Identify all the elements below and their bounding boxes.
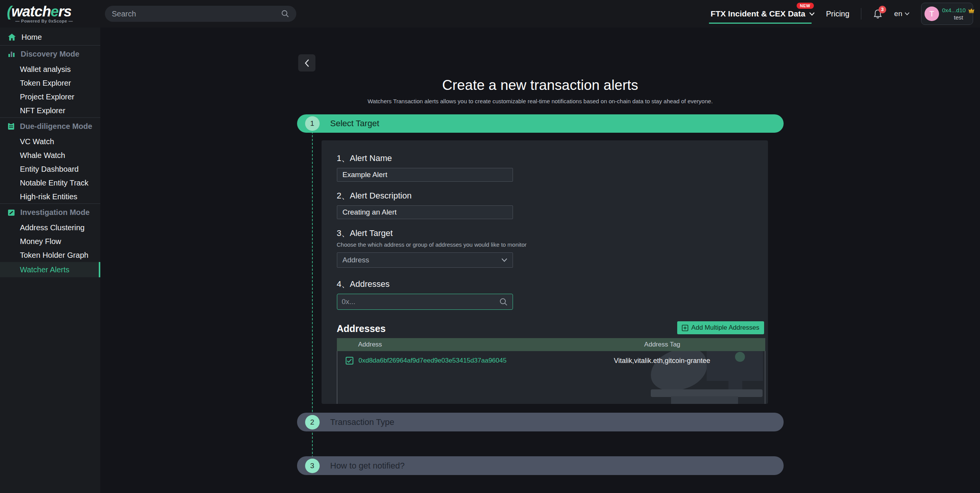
pricing-link[interactable]: Pricing: [826, 10, 849, 18]
sidebar-item-label: Wallet analysis: [20, 65, 71, 74]
wizard: 1 Select Target 1、Alert Name 2、Alert Des…: [297, 114, 784, 475]
step-label: How to get notified?: [330, 461, 405, 471]
bar-chart-icon: [8, 50, 15, 58]
topbar-right: NEW FTX Incident & CEX Data Pricing 3: [710, 3, 980, 25]
plus-square-icon: [682, 325, 688, 331]
search-icon: [281, 10, 289, 18]
chevron-down-icon: [905, 12, 910, 15]
table-row: 0xd8da6bf26964af9d7eed9e03e53415d37aa960…: [337, 351, 765, 370]
sidebar-item-nft-explorer[interactable]: NFT Explorer: [0, 104, 100, 117]
sidebar-item-label: Project Explorer: [20, 93, 74, 101]
column-header-address: Address: [358, 341, 560, 348]
add-multiple-addresses-button[interactable]: Add Multiple Addresses: [677, 321, 764, 334]
sidebar-section-discovery: Discovery Mode: [0, 46, 100, 62]
address-search-input[interactable]: [342, 298, 499, 306]
back-button[interactable]: [298, 54, 315, 72]
chevron-left-icon: [304, 59, 310, 67]
addresses-table: Address Address Tag: [337, 338, 765, 404]
step-3-header[interactable]: 3 How to get notified?: [297, 456, 784, 475]
sidebar-item-label: Address Clustering: [20, 223, 85, 232]
sidebar-section-title: Due-diligence Mode: [20, 122, 92, 131]
ftx-tab-label: FTX Incident & CEX Data: [710, 9, 805, 18]
topbar-divider: [861, 8, 861, 20]
home-icon: [8, 33, 16, 41]
alert-description-input[interactable]: [337, 205, 513, 219]
sidebar-item-label: Notable Entity Track: [20, 179, 88, 187]
row-checkbox-checked[interactable]: [346, 357, 353, 364]
notifications-button[interactable]: 3: [873, 9, 883, 19]
user-name: test: [954, 14, 963, 21]
sidebar-item-label: VC Watch: [20, 137, 54, 146]
user-account-card[interactable]: T 0x4...d10 test: [921, 3, 973, 25]
logo-tagline: — Powered By 0xScope —: [15, 19, 100, 23]
sidebar-item-label: Token Explorer: [20, 79, 71, 88]
notification-count-badge: 3: [879, 6, 886, 13]
step-1-header[interactable]: 1 Select Target: [297, 114, 784, 133]
logo-arc: (: [7, 3, 11, 20]
column-header-address-tag: Address Tag: [559, 341, 765, 348]
sidebar-item-token-explorer[interactable]: Token Explorer: [0, 76, 100, 90]
search-icon: [499, 298, 508, 306]
crown-icon: [968, 7, 975, 13]
alert-description-label: 2、Alert Description: [337, 191, 764, 201]
sidebar-section-due-diligence: Due-diligence Mode: [0, 118, 100, 135]
sidebar-item-label: High-risk Entities: [20, 192, 77, 201]
sidebar-item-token-holder-graph[interactable]: Token Holder Graph: [0, 248, 100, 262]
logo-w: w: [11, 3, 23, 20]
language-selector[interactable]: en: [894, 10, 910, 18]
addresses-section-title: Addresses: [337, 323, 386, 334]
sidebar-item-wallet-analysis[interactable]: Wallet analysis: [0, 62, 100, 76]
global-search-input[interactable]: [112, 10, 281, 18]
sidebar-item-vc-watch[interactable]: VC Watch: [0, 135, 100, 148]
sidebar-item-label: Token Holder Graph: [20, 251, 88, 260]
user-info: 0x4...d10 test: [942, 7, 975, 21]
active-tab-indicator: [709, 23, 811, 24]
main-content: Create a new transaction alerts Watchers…: [100, 28, 980, 493]
watchers-app: (watchers — Powered By 0xScope — NEW FTX…: [0, 0, 980, 493]
sidebar-item-label: NFT Explorer: [20, 106, 65, 115]
sidebar-item-high-risk-entities[interactable]: High-risk Entities: [0, 190, 100, 203]
global-search[interactable]: [105, 6, 296, 22]
sidebar-item-watcher-alerts[interactable]: Watcher Alerts: [0, 262, 100, 277]
alert-target-selected-value: Address: [343, 256, 369, 264]
alert-target-label: 3、Alert Target: [337, 228, 764, 238]
table-body: 0xd8da6bf26964af9d7eed9e03e53415d37aa960…: [337, 351, 765, 404]
new-badge: NEW: [797, 3, 814, 9]
row-address[interactable]: 0xd8da6bf26964af9d7eed9e03e53415d37aa960…: [359, 357, 560, 364]
sidebar-section-investigation: Investigation Mode: [0, 204, 100, 221]
sidebar-section-title: Investigation Mode: [20, 208, 90, 217]
sidebar-item-label: Money Flow: [20, 237, 61, 246]
sidebar: Home Discovery Mode Wallet analysis Toke…: [0, 28, 100, 493]
step-number-badge: 2: [305, 415, 320, 430]
alert-name-label: 1、Alert Name: [337, 153, 764, 163]
tab-ftx-incident[interactable]: NEW FTX Incident & CEX Data: [710, 9, 814, 18]
sidebar-item-project-explorer[interactable]: Project Explorer: [0, 90, 100, 104]
alert-name-input[interactable]: [337, 168, 513, 182]
addresses-label: 4、Addresses: [337, 279, 764, 289]
page-subtitle: Watchers Transaction alerts allows you t…: [100, 98, 980, 104]
step-number-badge: 3: [305, 459, 320, 473]
step-number-badge: 1: [305, 116, 320, 131]
alert-target-hint: Choose the which address or group of add…: [337, 241, 764, 248]
sidebar-item-label: Home: [21, 33, 42, 42]
sidebar-item-money-flow[interactable]: Money Flow: [0, 234, 100, 248]
chevron-down-icon: [809, 12, 815, 16]
sidebar-item-whale-watch[interactable]: Whale Watch: [0, 148, 100, 162]
user-wallet-address: 0x4...d10: [942, 7, 966, 13]
address-search-box[interactable]: [337, 294, 513, 310]
sidebar-item-entity-dashboard[interactable]: Entity Dashboard: [0, 162, 100, 176]
topbar: (watchers — Powered By 0xScope — NEW FTX…: [0, 0, 980, 28]
alert-target-select[interactable]: Address: [337, 252, 513, 268]
sidebar-item-home[interactable]: Home: [0, 29, 100, 45]
step-label: Transaction Type: [330, 417, 395, 427]
sidebar-item-label: Whale Watch: [20, 151, 65, 160]
logo-wordmark: (watchers: [7, 5, 100, 18]
step-2-header[interactable]: 2 Transaction Type: [297, 413, 784, 431]
logo[interactable]: (watchers — Powered By 0xScope —: [0, 5, 100, 23]
sidebar-item-address-clustering[interactable]: Address Clustering: [0, 221, 100, 234]
clipboard-icon: [8, 122, 15, 130]
chevron-down-icon: [501, 258, 507, 262]
sidebar-item-label: Entity Dashboard: [20, 165, 78, 174]
step-label: Select Target: [330, 119, 379, 129]
sidebar-item-notable-entity-track[interactable]: Notable Entity Track: [0, 176, 100, 190]
